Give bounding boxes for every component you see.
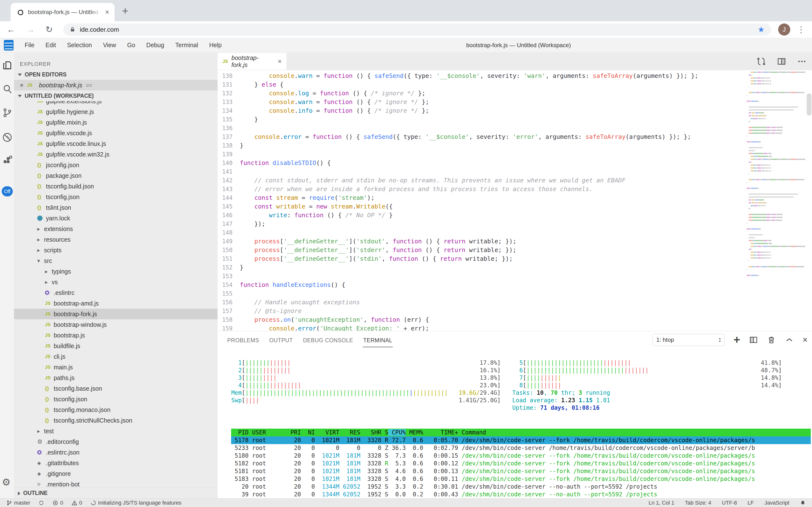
tree-item-resources[interactable]: ▸resources (14, 234, 217, 245)
tree-item-bootstrap-fork-js[interactable]: JSbootstrap-fork.js (14, 308, 217, 319)
minimap[interactable] (747, 71, 805, 280)
terminal[interactable]: 1[|||||||||||||17.8%]5[|||||||||||||||||… (217, 349, 812, 498)
tree-item-gulpfile-mixin-js[interactable]: JSgulpfile.mixin.js (14, 117, 217, 128)
panel-tab-problems[interactable]: PROBLEMS (227, 332, 260, 347)
panel-tab-debug-console[interactable]: DEBUG CONSOLE (302, 332, 354, 347)
open-editors-header[interactable]: OPEN EDITORS (14, 69, 217, 80)
maximize-panel-icon[interactable] (785, 335, 794, 344)
eol[interactable]: LF (748, 500, 754, 506)
tree-item-yarn-lock[interactable]: yarn.lock (14, 213, 217, 224)
terminal-select[interactable]: 1: htop ▴▾ (652, 334, 725, 346)
editor-scrollbar[interactable] (807, 93, 812, 116)
code-editor[interactable]: 130 console.warn = function () { safeSen… (217, 70, 812, 331)
tab-close-icon[interactable]: × (105, 8, 109, 16)
tree-item-gulpfile-hygiene-js[interactable]: JSgulpfile.hygiene.js (14, 106, 217, 117)
bookmark-star-icon[interactable]: ★ (758, 25, 765, 34)
source-control-icon[interactable] (2, 107, 13, 118)
editor-tab[interactable]: JS bootstrap-fork.js × (217, 53, 287, 70)
language-mode[interactable]: JavaScript (764, 500, 789, 506)
language-status-item[interactable]: Initializing JS/TS language features (90, 500, 182, 506)
settings-gear-icon[interactable]: ⚙ (2, 476, 13, 487)
tree-item-jsconfig-json[interactable]: {}jsconfig.json (14, 160, 217, 170)
menu-item-view[interactable]: View (103, 42, 116, 48)
tree-item-bootstrap-window-js[interactable]: JSbootstrap-window.js (14, 319, 217, 330)
warnings-item[interactable]: 0 (72, 500, 82, 506)
cursor-position[interactable]: Ln 1, Col 1 (648, 500, 674, 506)
new-tab-button[interactable]: + (122, 5, 128, 17)
panel-tab-output[interactable]: OUTPUT (269, 332, 294, 347)
errors-item[interactable]: 0 (53, 500, 63, 506)
code-line: 158 process.on('uncaughtException', func… (217, 316, 744, 324)
tree-item--editorconfig[interactable]: ⚙.editorconfig (14, 436, 217, 447)
menu-item-go[interactable]: Go (127, 42, 135, 48)
tree-item-gulpfile-vscode-win32-js[interactable]: JSgulpfile.vscode.win32.js (14, 149, 217, 160)
extensions-icon[interactable] (2, 155, 13, 165)
encoding[interactable]: UTF-8 (722, 500, 737, 506)
close-icon[interactable]: × (20, 81, 23, 89)
window-title: bootstrap-fork.js — Untitled (Workspace) (466, 42, 571, 49)
tree-item-gulpfile-vscode-js[interactable]: JSgulpfile.vscode.js (14, 128, 217, 138)
panel-tab-terminal[interactable]: TERMINAL (363, 332, 393, 347)
menu-item-terminal[interactable]: Terminal (175, 42, 198, 48)
avatar[interactable]: J (778, 23, 790, 36)
tree-item--mention-bot[interactable]: ≡.mention-bot (14, 479, 217, 488)
menu-item-help[interactable]: Help (209, 42, 222, 48)
tree-item-main-js[interactable]: JSmain.js (14, 362, 217, 373)
swap-icon[interactable] (756, 57, 766, 66)
tree-item-src[interactable]: ▾src (14, 256, 217, 266)
tree-item-gulpfile-vscode-linux-js[interactable]: JSgulpfile.vscode.linux.js (14, 138, 217, 149)
workspace-header[interactable]: UNTITLED (WORKSPACE) (14, 91, 217, 101)
tree-item-bootstrap-amd-js[interactable]: JSbootstrap-amd.js (14, 298, 217, 308)
forward-icon[interactable]: → (26, 24, 35, 35)
tree-item-label: .editorconfig (46, 438, 79, 445)
sync-icon[interactable] (39, 500, 44, 506)
menu-item-selection[interactable]: Selection (67, 42, 92, 48)
reload-icon[interactable]: ↻ (46, 24, 53, 35)
search-icon[interactable] (2, 84, 13, 94)
tree-item-tsconfig-base-json[interactable]: {}tsconfig.base.json (14, 383, 217, 394)
open-editor-item[interactable]: × JS bootstrap-fork.js src (14, 80, 217, 91)
browser-menu-icon[interactable]: ⋮ (797, 25, 805, 34)
tree-item-scripts[interactable]: ▸scripts (14, 245, 217, 256)
tree-item-cli-js[interactable]: JScli.js (14, 351, 217, 362)
tree-item-typings[interactable]: ▸typings (14, 266, 217, 277)
menu-item-edit[interactable]: Edit (46, 42, 56, 48)
outline-header[interactable]: OUTLINE (14, 488, 217, 498)
tree-item-buildfile-js[interactable]: JSbuildfile.js (14, 341, 217, 351)
new-terminal-icon[interactable]: + (734, 334, 740, 346)
tree-item-tsconfig-json[interactable]: {}tsconfig.json (14, 394, 217, 404)
tree-item-tsconfig-build-json[interactable]: {}tsconfig.build.json (14, 181, 217, 191)
tree-item-vs[interactable]: ▸vs (14, 277, 217, 287)
tree-item--gitignore[interactable]: ◈.gitignore (14, 468, 217, 479)
back-icon[interactable]: ← (7, 24, 15, 35)
debug-disabled-icon[interactable] (2, 132, 13, 143)
code-line: 130 console.warn = function () { safeSen… (217, 72, 744, 80)
tree-item-gulpfile-extensions-js[interactable]: JSgulpfile.extensions.js (14, 101, 217, 106)
more-actions-icon[interactable] (797, 57, 807, 66)
kill-terminal-trash-icon[interactable] (767, 335, 776, 344)
tree-item-tsconfig-monaco-json[interactable]: {}tsconfig.monaco.json (14, 404, 217, 415)
tree-item-package-json[interactable]: {}package.json (14, 170, 217, 181)
bell-icon[interactable] (800, 500, 806, 506)
tree-item-extensions[interactable]: ▸extensions (14, 224, 217, 234)
menu-item-file[interactable]: File (25, 42, 34, 48)
tree-item--eslintrc[interactable]: .eslintrc (14, 287, 217, 298)
tree-item-tsconfig-json[interactable]: {}tsconfig.json (14, 191, 217, 202)
branch-item[interactable]: master (6, 500, 30, 506)
tree-item-tsconfig-strictnullchecks-json[interactable]: {}tsconfig.strictNullChecks.json (14, 415, 217, 426)
close-panel-icon[interactable]: × (803, 335, 808, 345)
tree-item-tslint-json[interactable]: {}tslint.json (14, 202, 217, 213)
url-bar[interactable]: ide.coder.com ★ (63, 23, 771, 36)
split-terminal-icon[interactable] (749, 335, 758, 344)
browser-tab[interactable]: bootstrap-fork.js — Untitled (W × (11, 3, 115, 21)
tab-size[interactable]: Tab Size: 4 (685, 500, 711, 506)
close-icon[interactable]: × (278, 58, 282, 65)
tree-item--gitattributes[interactable]: ◈.gitattributes (14, 458, 217, 468)
explorer-icon[interactable] (2, 60, 13, 71)
tree-item-paths-js[interactable]: JSpaths.js (14, 373, 217, 383)
split-editor-icon[interactable] (777, 57, 787, 66)
tree-item-test[interactable]: ▸test (14, 426, 217, 436)
tree-item-bootstrap-js[interactable]: JSbootstrap.js (14, 330, 217, 341)
menu-item-debug[interactable]: Debug (146, 42, 164, 48)
tree-item--eslintrc-json[interactable]: .eslintrc.json (14, 447, 217, 458)
